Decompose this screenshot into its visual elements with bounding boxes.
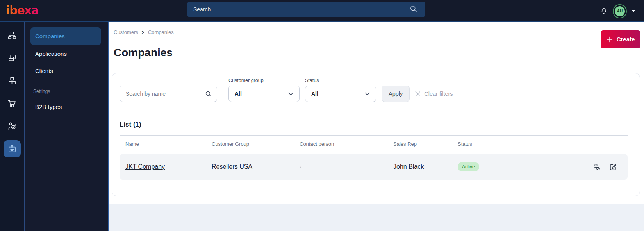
global-search-input[interactable] — [187, 2, 425, 17]
caret-down-icon[interactable] — [632, 10, 635, 12]
cart-icon[interactable] — [4, 95, 21, 112]
search-icon[interactable] — [205, 91, 212, 97]
status-value: All — [311, 91, 318, 97]
breadcrumb-customers[interactable]: Customers — [114, 29, 138, 35]
table-row[interactable]: JKT Company Resellers USA - John Black A… — [120, 154, 628, 180]
sidebar-item-clients[interactable]: Clients — [25, 62, 108, 79]
pages-icon[interactable] — [4, 50, 21, 67]
customer-group-filter: Customer group All — [228, 78, 300, 102]
cell-sales-rep: John Black — [393, 163, 458, 170]
nav-section-label: Settings — [33, 89, 50, 94]
page-title: Companies — [114, 46, 644, 59]
name-search-wrap — [120, 86, 217, 102]
breadcrumb: Customers > Companies — [109, 22, 644, 35]
close-icon — [415, 91, 420, 96]
clear-filters-label: Clear filters — [424, 91, 453, 97]
nav-section-settings: Settings — [25, 84, 108, 98]
list-title: List (1) — [120, 121, 628, 128]
customer-group-label: Customer group — [228, 78, 300, 83]
avatar[interactable]: AU — [615, 6, 625, 16]
ibexa-logo[interactable]: ibexa — [6, 5, 38, 16]
customer-group-select[interactable]: All — [228, 86, 300, 102]
search-by-name-input[interactable] — [120, 86, 217, 102]
plus-icon — [607, 36, 613, 43]
sidebar-item-label: Applications — [35, 50, 67, 57]
breadcrumb-companies[interactable]: Companies — [148, 29, 174, 35]
topbar-right-controls: AU — [599, 0, 635, 22]
column-header-status: Status — [458, 141, 579, 147]
sidebar-item-label: Clients — [35, 68, 53, 74]
cell-contact-person: - — [300, 163, 393, 170]
sidebar-item-label: B2B types — [35, 104, 62, 110]
search-icon[interactable] — [410, 5, 417, 12]
sidebar-item-companies[interactable]: Companies — [30, 27, 101, 45]
app-body: Companies Applications Clients Settings … — [0, 22, 644, 231]
column-header-name: Name — [125, 141, 212, 147]
sidebar-item-b2b-types[interactable]: B2B types — [25, 98, 108, 115]
companies-card: Customer group All Status All — [112, 73, 640, 196]
column-header-customer-group: Customer Group — [212, 141, 300, 147]
sidebar-nav: Companies Applications Clients Settings … — [25, 22, 109, 231]
status-select[interactable]: All — [305, 86, 376, 102]
products-boxes-icon[interactable] — [4, 72, 21, 89]
column-header-contact-person: Contact person — [300, 141, 393, 147]
company-name-link[interactable]: JKT Company — [125, 163, 165, 170]
chevron-down-icon — [365, 92, 370, 96]
status-filter: Status All — [305, 78, 376, 102]
status-badge: Active — [458, 162, 479, 171]
marketing-target-icon[interactable] — [4, 118, 21, 135]
impersonate-user-icon[interactable] — [592, 163, 601, 171]
edit-icon[interactable] — [609, 163, 617, 171]
row-actions — [579, 163, 622, 171]
filter-divider — [223, 86, 223, 102]
filter-bar: Customer group All Status All — [120, 78, 628, 102]
column-header-sales-rep: Sales Rep — [393, 141, 458, 147]
sidebar-item-applications[interactable]: Applications — [25, 45, 108, 62]
top-bar: ibexa AU — [0, 0, 644, 22]
avatar-initials: AU — [617, 9, 623, 13]
page-footer-background — [109, 204, 644, 231]
icon-rail — [0, 22, 25, 231]
apply-button[interactable]: Apply — [382, 86, 410, 102]
status-label: Status — [305, 78, 376, 83]
customer-group-value: All — [235, 91, 242, 97]
sidebar-item-label: Companies — [35, 33, 65, 39]
company-badge-icon[interactable] — [4, 140, 21, 157]
main-content: Customers > Companies Create Companies — [109, 22, 644, 231]
table-header-row: Name Customer Group Contact person Sales… — [120, 136, 628, 154]
breadcrumb-separator: > — [142, 30, 144, 35]
bell-icon[interactable] — [599, 7, 608, 16]
chevron-down-icon — [288, 92, 293, 96]
create-button-label: Create — [617, 36, 635, 43]
create-button[interactable]: Create — [601, 30, 640, 48]
org-chart-icon[interactable] — [4, 27, 21, 44]
clear-filters-button[interactable]: Clear filters — [415, 86, 453, 102]
cell-customer-group: Resellers USA — [212, 163, 300, 170]
